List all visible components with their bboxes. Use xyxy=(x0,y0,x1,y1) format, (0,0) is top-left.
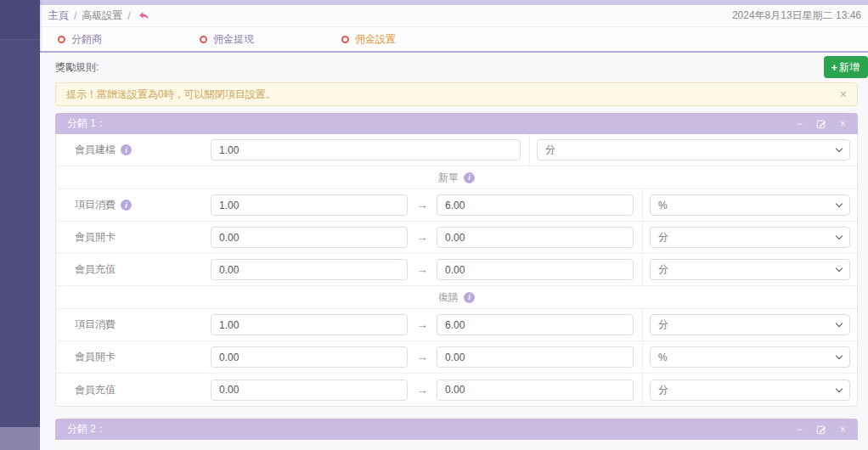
content-area: 獎勵規則: + 新增 提示！當贈送設置為0時，可以關閉項目設置。 × 分銷 1：… xyxy=(40,53,868,450)
unit-select[interactable]: 分 xyxy=(650,259,850,280)
value-input[interactable] xyxy=(211,259,408,280)
unit-select-value: % xyxy=(658,200,668,211)
value-input[interactable] xyxy=(211,346,408,368)
chevron-down-icon xyxy=(836,145,843,152)
breadcrumb-separator: / xyxy=(127,10,130,22)
arrow-right-icon: → xyxy=(408,199,437,211)
hint-alert: 提示！當贈送設置為0時，可以關閉項目設置。 × xyxy=(55,82,858,106)
radio-circle-icon xyxy=(58,36,65,43)
section-label: 新單 xyxy=(438,171,459,185)
value-input[interactable] xyxy=(211,314,408,335)
info-icon[interactable]: i xyxy=(464,172,475,183)
close-icon[interactable]: × xyxy=(840,119,846,129)
unit-select[interactable]: % xyxy=(650,194,850,216)
app-window: 主頁 / 高級設置 / 2024年8月13日星期二 13:46 分銷商 佣金提現 xyxy=(0,0,868,450)
unit-select[interactable]: 分 xyxy=(537,139,850,160)
collapse-icon[interactable]: − xyxy=(797,119,803,129)
breadcrumb-current: 高級設置 xyxy=(82,8,122,23)
field-label: 會員開卡 xyxy=(75,350,116,364)
unit-select-value: % xyxy=(658,352,668,363)
header-bar: 主頁 / 高級設置 / 2024年8月13日星期二 13:46 xyxy=(40,5,868,27)
chevron-down-icon xyxy=(836,200,843,207)
table-row: 會員充值 → 分 xyxy=(56,254,857,286)
unit-select-value: 分 xyxy=(658,383,668,397)
info-icon[interactable]: i xyxy=(121,200,132,211)
panel-header: 分銷 2： − × xyxy=(55,419,858,440)
field-label: 項目消費 xyxy=(75,198,116,212)
panel-title: 分銷 1： xyxy=(67,116,106,131)
panel-header-actions: − × xyxy=(797,425,846,435)
close-icon[interactable]: × xyxy=(840,425,846,435)
radio-circle-icon xyxy=(341,36,349,43)
field-label: 項目消費 xyxy=(75,318,116,332)
distributor-panel-1: 分銷 1： − × 會員建檔 i xyxy=(55,113,858,407)
main-area: 主頁 / 高級設置 / 2024年8月13日星期二 13:46 分銷商 佣金提現 xyxy=(40,0,868,450)
breadcrumb-separator: / xyxy=(74,10,76,22)
field-label: 會員建檔 xyxy=(75,143,116,157)
value-input[interactable] xyxy=(437,314,634,335)
info-icon[interactable]: i xyxy=(121,144,132,155)
add-button[interactable]: + 新增 xyxy=(824,56,868,78)
tab-commission-withdrawal[interactable]: 佣金提現 xyxy=(200,32,341,47)
section-header-row: 復購 i xyxy=(56,286,857,309)
alert-close-icon[interactable]: × xyxy=(840,88,847,100)
value-input[interactable] xyxy=(437,194,634,216)
breadcrumb-home-link[interactable]: 主頁 xyxy=(48,8,69,23)
arrow-right-icon: → xyxy=(408,384,437,397)
rules-label: 獎勵規則: xyxy=(55,60,99,75)
chevron-down-icon xyxy=(836,352,843,359)
tab-bar: 分銷商 佣金提現 佣金設置 xyxy=(40,27,868,53)
field-label: 會員開卡 xyxy=(75,230,116,245)
back-arrow-icon[interactable] xyxy=(138,10,150,22)
chevron-down-icon xyxy=(836,233,843,239)
arrow-right-icon: → xyxy=(408,351,437,363)
sidebar-bottom-item[interactable] xyxy=(0,427,40,450)
value-input[interactable] xyxy=(211,194,408,216)
tab-label: 佣金設置 xyxy=(355,32,396,47)
value-input[interactable] xyxy=(437,227,634,248)
unit-select[interactable]: 分 xyxy=(650,314,850,335)
value-input[interactable] xyxy=(437,259,634,280)
panel-header: 分銷 1： − × xyxy=(55,113,858,134)
tab-label: 佣金提現 xyxy=(213,32,254,47)
unit-select-value: 分 xyxy=(545,143,555,157)
chevron-down-icon xyxy=(836,385,843,391)
chevron-down-icon xyxy=(836,265,843,272)
datetime-display: 2024年8月13日星期二 13:46 xyxy=(732,8,861,23)
value-input[interactable] xyxy=(437,346,634,368)
arrow-right-icon: → xyxy=(408,263,437,276)
edit-icon[interactable] xyxy=(816,425,826,435)
edit-icon[interactable] xyxy=(816,119,826,129)
rules-row: 獎勵規則: + 新增 xyxy=(55,53,858,82)
collapse-icon[interactable]: − xyxy=(797,425,803,435)
value-input[interactable] xyxy=(211,139,521,160)
section-header-row: 新單 i xyxy=(56,166,857,189)
value-input[interactable] xyxy=(437,380,634,401)
unit-select[interactable]: 分 xyxy=(650,380,850,401)
unit-select[interactable]: 分 xyxy=(650,227,850,248)
value-input[interactable] xyxy=(211,380,408,401)
arrow-right-icon: → xyxy=(408,231,437,244)
table-row: 會員建檔 i 分 xyxy=(56,134,857,166)
table-row: 會員開卡 → % xyxy=(56,341,857,374)
sidebar[interactable] xyxy=(0,0,40,450)
unit-select-value: 分 xyxy=(658,318,668,332)
info-icon[interactable]: i xyxy=(464,292,475,303)
tab-commission-settings[interactable]: 佣金設置 xyxy=(341,32,483,47)
alert-text: 提示！當贈送設置為0時，可以關閉項目設置。 xyxy=(66,87,276,102)
panel-header-actions: − × xyxy=(797,119,846,129)
table-row: 會員開卡 → 分 xyxy=(56,222,857,254)
tab-distributor[interactable]: 分銷商 xyxy=(58,32,200,47)
rules-table: 會員建檔 i 分 xyxy=(55,134,858,407)
unit-select-value: 分 xyxy=(658,230,668,245)
field-label: 會員充值 xyxy=(75,383,116,397)
unit-select[interactable]: % xyxy=(650,346,850,368)
tab-label: 分銷商 xyxy=(71,32,102,47)
distributor-panel-2: 分銷 2： − × xyxy=(55,419,858,440)
plus-icon: + xyxy=(831,61,837,74)
panel-title: 分銷 2： xyxy=(67,422,106,436)
value-input[interactable] xyxy=(211,227,408,248)
add-button-label: 新增 xyxy=(839,60,860,75)
arrow-right-icon: → xyxy=(408,318,437,331)
table-row: 項目消費 i → % xyxy=(56,189,857,222)
